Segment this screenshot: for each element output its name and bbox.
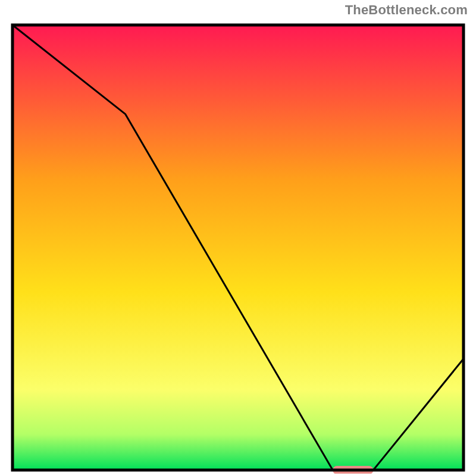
watermark-text: TheBottleneck.com	[0, 0, 476, 19]
chart-background	[12, 25, 464, 470]
plot-container	[0, 19, 476, 476]
bottleneck-chart	[9, 21, 467, 474]
